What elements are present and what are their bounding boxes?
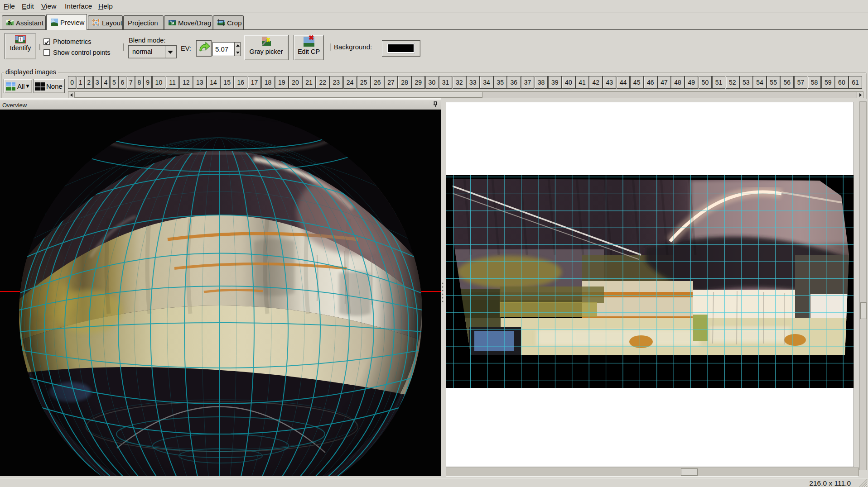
svg-text:GL: GL: [51, 19, 55, 22]
